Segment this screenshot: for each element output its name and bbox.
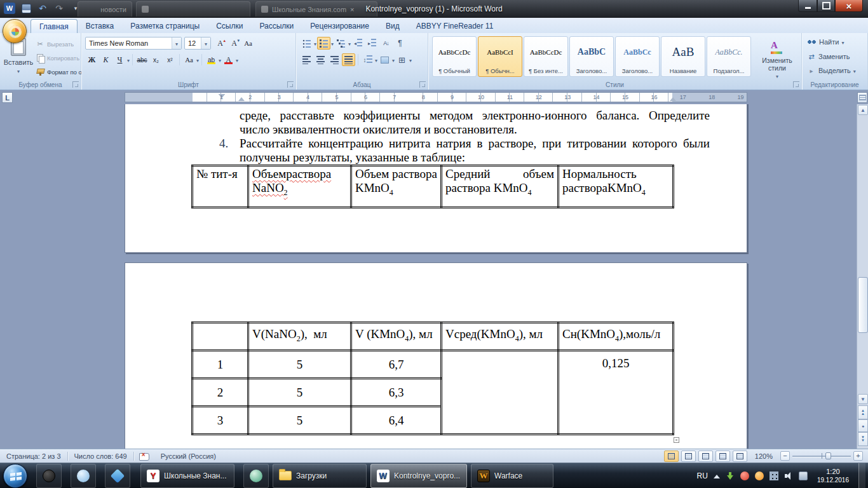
scrollbar-thumb[interactable] — [858, 277, 868, 333]
table-cell-vsred[interactable] — [442, 351, 559, 435]
hanging-indent-marker[interactable] — [238, 97, 245, 101]
font-size-combo[interactable]: 12 — [184, 37, 211, 50]
table-cell[interactable]: V(NaNO2), мл — [248, 323, 351, 351]
select-browse-object-button[interactable] — [858, 419, 868, 432]
pinned-app-4[interactable] — [243, 464, 269, 488]
dialog-launcher-icon[interactable] — [287, 81, 294, 88]
zoom-slider[interactable] — [792, 451, 851, 461]
tab-abbyy[interactable]: ABBYY FineReader 11 — [408, 19, 502, 33]
table-cell[interactable]: 6,4 — [351, 407, 442, 435]
table-cell[interactable]: Сн(KMnO4),моль/л — [559, 323, 674, 351]
taskbar-app-downloads[interactable]: Загрузки — [273, 464, 367, 488]
style-heading1[interactable]: AaBbCЗаголово... — [569, 36, 614, 77]
language-indicator[interactable]: Русский (Россия) — [154, 452, 222, 460]
table-cell[interactable]: 5 — [248, 407, 351, 435]
style-title[interactable]: AaBНазвание — [661, 36, 705, 77]
combo-dropdown[interactable] — [201, 37, 210, 49]
titration-results-table[interactable]: V(NaNO2), мл V (KMnO4), мл Vсред(KMnO4),… — [191, 322, 674, 435]
tray-icon-red[interactable] — [740, 471, 749, 480]
tab-home[interactable]: Главная — [31, 19, 78, 33]
tab-page-layout[interactable]: Разметка страницы — [122, 19, 208, 33]
chevron-down-icon[interactable] — [392, 56, 395, 64]
vertical-scrollbar[interactable] — [857, 104, 868, 449]
word-count[interactable]: Число слов: 649 — [68, 452, 133, 460]
select-button[interactable]: Выделить — [807, 66, 856, 75]
cut-button[interactable]: Вырезать — [36, 38, 80, 50]
web-layout-view-button[interactable] — [698, 451, 713, 462]
justify-button[interactable] — [342, 53, 355, 66]
clock[interactable]: 1:20 19.12.2016 — [813, 468, 853, 484]
align-left-button[interactable] — [300, 53, 313, 66]
taskbar-app-browser[interactable]: Y Школьные Знан... — [140, 464, 234, 488]
table-cell[interactable]: 5 — [248, 379, 351, 407]
replace-button[interactable]: Заменить — [807, 52, 850, 61]
tab-insert[interactable]: Вставка — [78, 19, 123, 33]
strikethrough-button[interactable]: abc — [135, 53, 149, 66]
tab-mailings[interactable]: Рассылки — [251, 19, 302, 33]
change-case-button[interactable]: Аа — [182, 53, 196, 66]
clear-formatting-button[interactable]: Аа — [241, 37, 255, 50]
proofing-icon[interactable] — [139, 452, 149, 460]
page-2[interactable]: V(NaNO2), мл V (KMnO4), мл Vсред(KMnO4),… — [125, 262, 747, 449]
scroll-up-icon[interactable] — [858, 105, 868, 115]
download-tray-icon[interactable] — [726, 471, 735, 480]
chevron-down-icon[interactable] — [236, 56, 238, 64]
combo-dropdown[interactable] — [172, 37, 181, 49]
fullscreen-view-button[interactable] — [681, 451, 696, 462]
save-icon[interactable] — [20, 3, 32, 14]
italic-button[interactable]: К — [99, 53, 112, 66]
sort-button[interactable] — [379, 37, 393, 50]
draft-view-button[interactable] — [733, 451, 747, 462]
tab-stop-selector[interactable]: L — [2, 92, 13, 103]
language-switcher[interactable]: RU — [697, 471, 708, 480]
minimize-button[interactable] — [798, 0, 817, 12]
network-icon[interactable] — [799, 471, 808, 480]
table-cell[interactable]: 3 — [193, 407, 248, 435]
align-right-button[interactable] — [328, 53, 341, 66]
table-cell[interactable]: 6,7 — [351, 351, 442, 379]
show-desktop-button[interactable] — [858, 463, 865, 488]
show-hidden-icons[interactable] — [714, 475, 720, 478]
chevron-down-icon[interactable] — [219, 56, 221, 64]
chevron-down-icon[interactable] — [331, 39, 334, 47]
dialog-launcher-icon[interactable] — [419, 81, 426, 88]
font-name-combo[interactable]: Times New Roman — [85, 37, 182, 50]
style-subtitle[interactable]: AaBbCc.Подзагол... — [707, 36, 751, 77]
dialog-launcher-icon[interactable] — [793, 81, 799, 88]
zoom-level[interactable]: 120% — [750, 452, 778, 460]
line-spacing-button[interactable] — [361, 53, 374, 66]
table-cell[interactable]: Объем раствора KMnO4 — [351, 166, 442, 208]
chevron-down-icon[interactable] — [348, 39, 351, 47]
bold-button[interactable]: Ж — [85, 53, 98, 66]
style-normal-web[interactable]: AaBbCcI¶ Обычн... — [478, 36, 522, 77]
pinned-app-3[interactable] — [105, 464, 130, 488]
table-cell[interactable]: 5 — [248, 351, 351, 379]
table-cell[interactable]: 6,3 — [351, 379, 442, 407]
chevron-down-icon[interactable] — [409, 56, 412, 64]
scroll-down-icon[interactable] — [858, 394, 868, 404]
format-painter-button[interactable]: Формат по образцу — [36, 66, 81, 78]
pinned-app-1[interactable] — [36, 464, 62, 488]
ruler[interactable]: 12345678910111213141516171819 — [125, 92, 747, 102]
page-indicator[interactable]: Страница: 2 из 3 — [0, 452, 67, 460]
tab-references[interactable]: Ссылки — [208, 19, 251, 33]
table-cell[interactable]: Vсред(KMnO4), мл — [442, 323, 559, 351]
highlight-button[interactable]: ab — [205, 53, 218, 66]
chevron-down-icon[interactable] — [127, 56, 130, 64]
grow-font-button[interactable]: А — [214, 37, 227, 50]
zoom-slider-thumb[interactable] — [825, 452, 831, 459]
align-center-button[interactable] — [314, 53, 327, 66]
style-heading2[interactable]: AaBbCcЗаголово... — [615, 36, 660, 77]
decrease-indent-button[interactable] — [351, 37, 365, 50]
ruler-toggle-button[interactable] — [857, 92, 867, 103]
start-button[interactable] — [3, 464, 27, 488]
paste-button[interactable]: Вставить — [3, 36, 34, 82]
show-marks-button[interactable] — [393, 37, 407, 50]
previous-page-button[interactable] — [858, 405, 868, 419]
superscript-button[interactable]: x² — [163, 53, 177, 66]
table-cell[interactable]: Объемраствора NaNO2 — [248, 166, 351, 208]
find-button[interactable]: Найти — [807, 38, 844, 46]
multilevel-list-button[interactable] — [334, 37, 348, 50]
table-cell[interactable]: Среднийобъем раствора KMnO4 — [442, 166, 559, 208]
tab-review[interactable]: Рецензирование — [302, 19, 377, 33]
